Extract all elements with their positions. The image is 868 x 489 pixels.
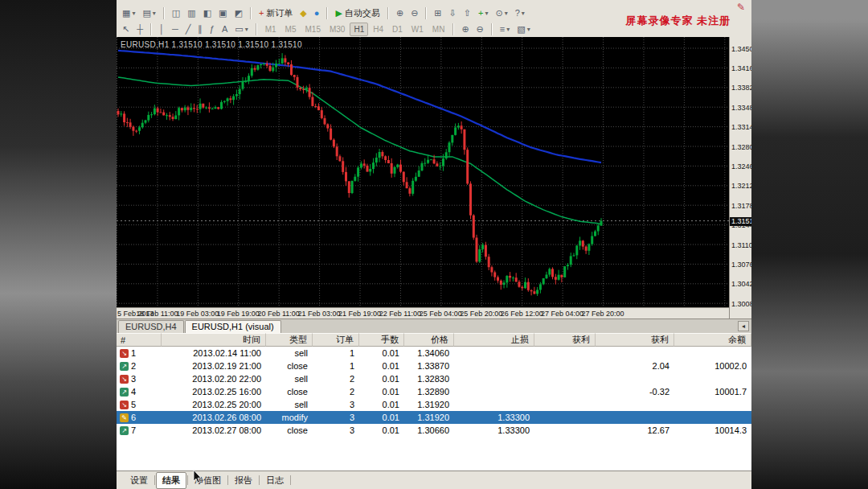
row-number: 4 (131, 385, 136, 398)
row-id-cell: ↗7 (117, 424, 162, 437)
cursor-tool-icon: ↖ (122, 25, 129, 34)
chart-tab-eurusd-h4[interactable]: EURUSD,H4 (118, 320, 184, 333)
navigator-button[interactable]: ◧ (200, 6, 215, 21)
help-dropdown-icon: ▾ (522, 10, 525, 17)
chat-button[interactable]: ● (311, 6, 323, 21)
table-row[interactable]: ↗42013.02.25 16:00close20.011.32890-0.32… (117, 385, 751, 398)
timeframe-m15-button[interactable]: M15 (301, 23, 325, 36)
column-header-profit: 获利 (596, 333, 674, 347)
templates-button[interactable]: ▧▾ (514, 22, 533, 37)
time-axis-label: 19 Feb 03:00 (176, 310, 219, 318)
sort-descending-button[interactable]: ⇩ (446, 6, 460, 21)
cell-balance: 10002.0 (674, 360, 751, 372)
main-toolbar-separator (425, 7, 427, 19)
price-axis-label: 1.3110 (731, 241, 751, 249)
data-window-button[interactable]: ▥ (184, 6, 199, 21)
metaeditor-button[interactable]: ◆ (297, 6, 309, 21)
zoom-in-button[interactable]: ⊕ (393, 6, 407, 21)
cell-lots: 0.01 (359, 360, 404, 372)
sort-ascending-button[interactable]: ⇧ (461, 6, 474, 21)
timeframe-mn-button[interactable]: MN (428, 23, 449, 36)
chart-tabs-scroll-left-button[interactable]: ◂ (738, 321, 749, 331)
terminal-panel-button[interactable]: ▣ (215, 6, 230, 21)
row-id-cell: ↗2 (117, 360, 162, 372)
table-body: ↘12013.02.14 11:00sell10.011.34060↗22013… (117, 347, 751, 437)
text-tool-button[interactable]: A (219, 22, 231, 37)
column-header-balance: 余额 (674, 333, 751, 347)
horizontal-line-tool-icon: ─ (172, 25, 178, 34)
table-row[interactable]: ↘52013.02.25 20:00sell30.011.31920 (117, 398, 751, 411)
price-axis-label: 1.3450 (731, 45, 751, 53)
table-row[interactable]: ↘32013.02.20 22:00sell20.011.32830 (117, 372, 751, 385)
price-axis-label: 1.3076 (731, 261, 751, 269)
cell-stop-loss (454, 372, 534, 385)
profiles-button[interactable]: ▤▾ (139, 6, 158, 21)
new-order-button[interactable]: +新订单 (256, 6, 296, 21)
time-axis-label: 27 Feb 04:00 (541, 310, 583, 318)
row-id-cell: ✎6 (117, 411, 162, 424)
cell-price: 1.30660 (404, 424, 454, 437)
table-row[interactable]: ↗22013.02.19 21:00close10.011.338702.041… (117, 360, 751, 372)
period-clock-button[interactable]: ⊙▾ (492, 6, 510, 21)
tile-windows-button[interactable]: ⊞ (431, 6, 444, 21)
bottom-tab-settings[interactable]: 设置 (125, 473, 154, 488)
zoom-out-2-button[interactable]: ⊖ (473, 22, 487, 37)
column-header-take-profit: 获利 (534, 333, 596, 347)
vertical-line-tool-button[interactable]: │ (156, 22, 168, 37)
zoom-out-button[interactable]: ⊖ (407, 6, 421, 21)
indicators-list-button[interactable]: ≡▾ (497, 22, 513, 37)
new-chart-dropdown-icon: ▾ (132, 10, 135, 17)
cell-order: 3 (313, 398, 359, 411)
new-chart-button[interactable]: ▦▾ (119, 6, 138, 21)
timeframe-h4-button[interactable]: H4 (369, 23, 387, 36)
market-watch-button[interactable]: ◫ (169, 6, 183, 21)
price-axis: 1.3151 1.34501.34161.33821.33481.33141.3… (729, 37, 751, 318)
chart-plot-area[interactable]: EURUSD,H1 1.31510 1.31510 1.31510 1.3151… (117, 37, 729, 307)
main-toolbar-separator (250, 7, 252, 19)
time-axis-label: 20 Feb 11:00 (257, 310, 299, 318)
cell-profit (596, 411, 674, 424)
timeframe-m5-button[interactable]: M5 (281, 23, 301, 36)
table-row[interactable]: ↗72013.02.27 08:00close30.011.306601.333… (117, 424, 751, 437)
autotrading-button[interactable]: ▶自动交易 (332, 6, 383, 21)
add-indicator-button[interactable]: +▾ (475, 6, 491, 21)
shapes-tool-button[interactable]: ▭▾ (231, 22, 251, 37)
row-number: 1 (131, 347, 136, 360)
tab-divider (259, 475, 260, 485)
fibonacci-tool-button[interactable]: ƒ (207, 22, 218, 37)
data-window-icon: ▥ (187, 9, 195, 18)
cell-price: 1.32830 (404, 372, 454, 385)
timeframe-h1-button[interactable]: H1 (350, 23, 368, 36)
price-axis-label: 1.3314 (731, 123, 751, 131)
column-header-lots: 手数 (359, 333, 404, 347)
add-indicator-dropdown-icon: ▾ (485, 10, 488, 17)
timeframe-m30-button[interactable]: M30 (326, 23, 349, 36)
crosshair-tool-button[interactable]: ┼ (133, 22, 146, 37)
cell-order: 2 (313, 372, 359, 385)
price-axis-label: 1.3042 (731, 280, 751, 288)
timeframe-m1-button[interactable]: M1 (261, 23, 280, 36)
autotrading-icon: ▶ (335, 9, 342, 18)
bottom-tab-report[interactable]: 报告 (229, 473, 258, 488)
cell-time: 2013.02.27 08:00 (162, 424, 266, 437)
timeframe-d1-button[interactable]: D1 (388, 23, 407, 36)
period-clock-icon: ⊙ (495, 9, 502, 18)
zoom-in-2-button[interactable]: ⊕ (458, 22, 472, 37)
chart-tab-eurusd-h1-visual[interactable]: EURUSD,H1 (visual) (185, 320, 281, 333)
channel-tool-button[interactable]: ∥ (194, 22, 206, 37)
time-axis: 5 Feb 201318 Feb 11:0019 Feb 03:0019 Feb… (117, 307, 729, 318)
time-axis-label: 19 Feb 19:00 (217, 310, 260, 318)
strategy-tester-button[interactable]: ◩ (231, 6, 245, 21)
background-left (0, 0, 117, 489)
tab-divider (154, 475, 155, 485)
trendline-tool-button[interactable]: ╱ (182, 22, 194, 37)
timeframe-w1-button[interactable]: W1 (407, 23, 428, 36)
table-row[interactable]: ↘12013.02.14 11:00sell10.011.34060 (117, 347, 751, 360)
time-axis-label: 27 Feb 20:00 (582, 310, 624, 318)
cursor-tool-button[interactable]: ↖ (119, 22, 133, 37)
table-row[interactable]: ✎62013.02.26 08:00modify30.011.319201.33… (117, 411, 751, 424)
bottom-tab-journal[interactable]: 日志 (260, 473, 289, 488)
horizontal-line-tool-button[interactable]: ─ (169, 22, 182, 37)
bottom-tab-results[interactable]: 结果 (156, 472, 186, 489)
help-button[interactable]: ?▾ (512, 6, 528, 21)
